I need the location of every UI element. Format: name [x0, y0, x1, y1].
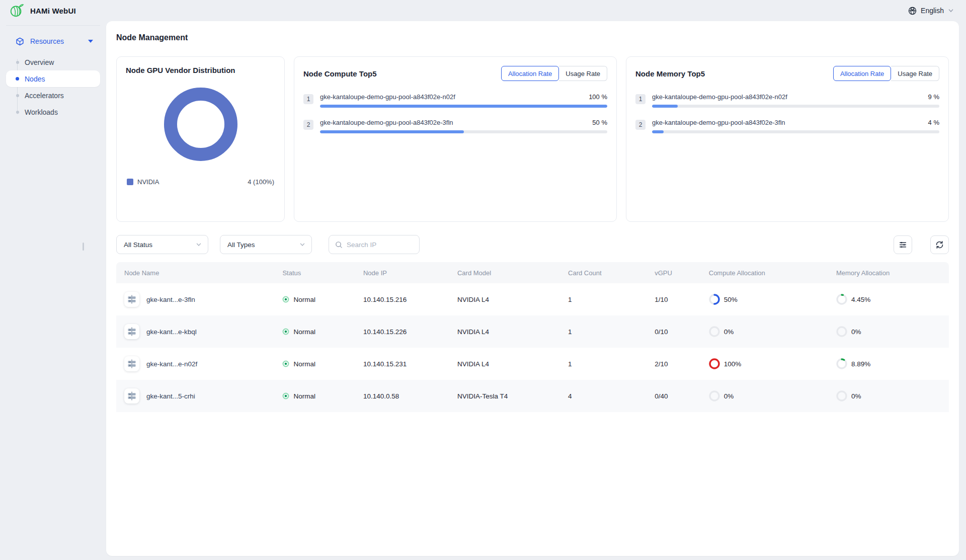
status-label: Normal — [293, 360, 315, 368]
column-header: Node Name — [116, 269, 274, 277]
tree-dot — [16, 94, 19, 97]
status-normal-icon — [282, 360, 289, 367]
status-label: Normal — [293, 296, 315, 303]
vgpu: 0/40 — [647, 392, 701, 400]
column-settings-icon — [899, 241, 907, 249]
top5-item: 2gke-kantaloupe-demo-gpu-pool-a843f02e-3… — [303, 119, 607, 133]
card-model: NVIDIA-Tesla T4 — [449, 392, 560, 400]
node-icon-box — [124, 324, 139, 339]
status-filter-select[interactable]: All Status — [116, 235, 208, 254]
node-name[interactable]: gke-kant...e-n02f — [146, 360, 197, 368]
top5-value: 4 % — [928, 119, 939, 126]
node-icon-box — [124, 292, 139, 307]
compute-allocation: 100% — [701, 358, 828, 369]
card-model: NVIDIA L4 — [449, 296, 560, 303]
status-normal-icon — [282, 296, 289, 303]
memory-top5-list: 1gke-kantaloupe-demo-gpu-pool-a843f02e-n… — [635, 93, 939, 133]
memory-allocation: 0% — [828, 326, 949, 337]
compute-card-title: Node Compute Top5 — [303, 69, 377, 78]
hami-logo-icon — [9, 3, 24, 18]
column-header: Node IP — [355, 269, 449, 277]
table-row[interactable]: gke-kant...e-kbqlNormal10.140.15.226NVID… — [116, 315, 949, 348]
nodes-table: Node NameStatusNode IPCard ModelCard Cou… — [116, 262, 949, 412]
table-row[interactable]: gke-kant...e-3flnNormal10.140.15.216NVID… — [116, 283, 949, 315]
card-count: 1 — [560, 296, 647, 303]
vgpu: 2/10 — [647, 360, 701, 368]
column-settings-button[interactable] — [894, 235, 912, 254]
memory-allocation: 0% — [828, 390, 949, 402]
rank-badge: 2 — [303, 120, 313, 130]
node-name[interactable]: gke-kant...e-3fln — [146, 296, 195, 303]
compute-allocation: 0% — [701, 326, 828, 337]
sidebar-item-nodes[interactable]: Nodes — [6, 70, 100, 87]
globe-icon — [908, 7, 917, 15]
memory-usage-rate-tab[interactable]: Usage Rate — [891, 66, 939, 81]
sidebar-item-accelerators[interactable]: Accelerators — [6, 87, 100, 104]
card-model: NVIDIA L4 — [449, 360, 560, 368]
memory-allocation-value: 8.89% — [851, 360, 870, 368]
sidebar-item-overview[interactable]: Overview — [6, 54, 100, 70]
memory-allocation: 4.45% — [828, 294, 949, 305]
type-filter-select[interactable]: All Types — [220, 235, 312, 254]
app-title: HAMi WebUI — [30, 7, 76, 15]
language-label: English — [921, 7, 944, 15]
compute-allocation: 50% — [701, 294, 828, 305]
donut-legend-item: NVIDIA 4 (100%) — [126, 178, 275, 186]
allocation-ring — [836, 326, 847, 337]
top5-item: 1gke-kantaloupe-demo-gpu-pool-a843f02e-n… — [635, 93, 939, 108]
compute-top5-list: 1gke-kantaloupe-demo-gpu-pool-a843f02e-n… — [303, 93, 607, 133]
refresh-button[interactable] — [930, 235, 949, 254]
compute-allocation-rate-tab[interactable]: Allocation Rate — [501, 66, 559, 81]
top5-progress-fill — [320, 130, 464, 133]
compute-allocation-value: 100% — [724, 360, 742, 368]
table-row[interactable]: gke-kant...5-crhiNormal10.140.0.58NVIDIA… — [116, 380, 949, 412]
memory-allocation-value: 0% — [851, 328, 861, 336]
chevron-down-icon — [299, 242, 305, 248]
vgpu: 0/10 — [647, 328, 701, 336]
sidebar-item-workloads[interactable]: Workloads — [6, 104, 100, 120]
status-normal-icon — [282, 392, 289, 399]
sidebar-item-label: Accelerators — [25, 92, 64, 100]
table-row[interactable]: gke-kant...e-n02fNormal10.140.15.231NVID… — [116, 348, 949, 380]
sidebar-group-resources[interactable]: Resources — [6, 33, 100, 50]
status-label: Normal — [293, 328, 315, 336]
memory-allocation-rate-tab[interactable]: Allocation Rate — [833, 66, 891, 81]
node-icon — [127, 391, 137, 401]
card-model: NVIDIA L4 — [449, 328, 560, 336]
sidebar-scrollbar[interactable] — [83, 243, 84, 251]
compute-rate-toggle: Allocation Rate Usage Rate — [501, 66, 607, 81]
node-name[interactable]: gke-kant...e-kbql — [146, 328, 197, 336]
compute-usage-rate-tab[interactable]: Usage Rate — [559, 66, 607, 81]
table-body: gke-kant...e-3flnNormal10.140.15.216NVID… — [116, 283, 949, 412]
top5-progress-track — [320, 130, 607, 133]
vendor-distribution-card: Node GPU Vendor Distribution NVIDIA 4 (1… — [116, 56, 285, 222]
sidebar-item-label: Workloads — [25, 108, 58, 116]
legend-label: NVIDIA — [137, 178, 248, 186]
status-filter-value: All Status — [124, 241, 196, 249]
top5-progress-track — [652, 130, 939, 133]
sidebar-tree: OverviewNodesAcceleratorsWorkloads — [6, 54, 100, 120]
status-normal-icon — [282, 328, 289, 335]
top5-progress-fill — [320, 105, 607, 108]
caret-down-icon — [88, 40, 93, 43]
donut-segment-nvidia — [171, 94, 231, 154]
brand: HAMi WebUI — [9, 3, 76, 18]
top5-value: 100 % — [589, 93, 607, 101]
search-ip-input[interactable] — [347, 241, 414, 249]
search-box — [329, 235, 420, 254]
rank-badge: 2 — [635, 120, 646, 130]
legend-swatch — [127, 179, 133, 185]
node-name[interactable]: gke-kant...5-crhi — [146, 392, 195, 400]
top5-value: 50 % — [592, 119, 607, 126]
top5-progress-track — [320, 105, 607, 108]
status-label: Normal — [293, 392, 315, 400]
compute-allocation-value: 0% — [724, 328, 734, 336]
column-header: Memory Allocation — [828, 269, 949, 277]
compute-allocation: 0% — [701, 390, 828, 402]
page-title: Node Management — [116, 33, 949, 42]
top5-node-name: gke-kantaloupe-demo-gpu-pool-a843f02e-3f… — [652, 119, 785, 126]
memory-allocation: 8.89% — [828, 358, 949, 369]
cube-icon — [16, 37, 24, 46]
top5-node-name: gke-kantaloupe-demo-gpu-pool-a843f02e-3f… — [320, 119, 453, 126]
language-selector[interactable]: English — [908, 7, 954, 15]
